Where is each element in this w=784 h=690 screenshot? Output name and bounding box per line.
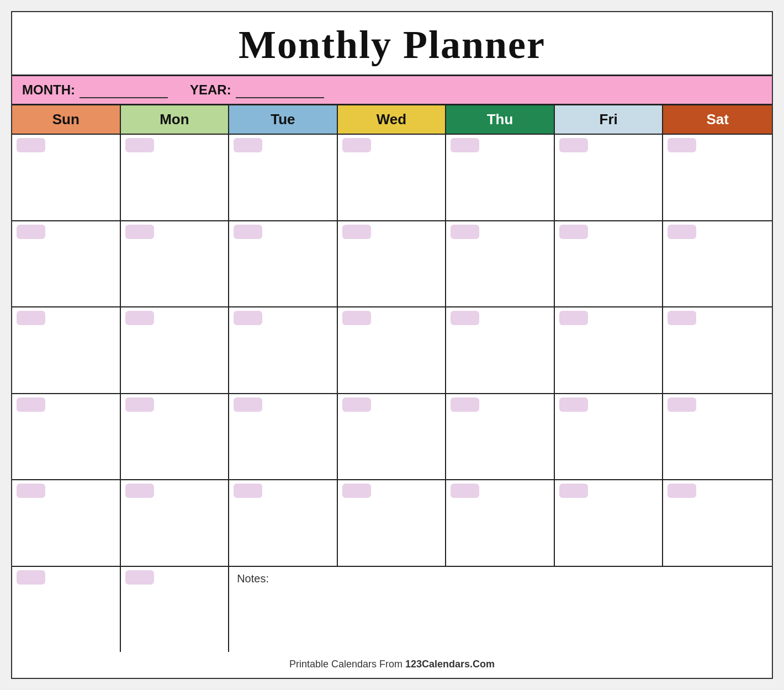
- date-badge: [668, 311, 696, 325]
- date-badge: [451, 225, 479, 239]
- header-sat: Sat: [663, 105, 772, 134]
- date-badge: [559, 225, 588, 239]
- date-badge: [668, 484, 696, 498]
- date-badge: [559, 484, 588, 498]
- date-badge: [342, 225, 371, 239]
- cell-r3-fri[interactable]: [555, 307, 664, 393]
- date-badge: [234, 138, 262, 152]
- cell-r5-fri[interactable]: [555, 480, 664, 566]
- date-badge: [125, 397, 154, 412]
- month-field[interactable]: MONTH:: [22, 82, 168, 98]
- year-field[interactable]: YEAR:: [190, 82, 324, 98]
- header-mon: Mon: [121, 105, 230, 134]
- date-badge: [668, 397, 696, 412]
- cell-r1-thu[interactable]: [446, 135, 555, 220]
- cell-r2-fri[interactable]: [555, 221, 664, 307]
- cell-r5-sun[interactable]: [12, 480, 121, 566]
- notes-cell[interactable]: Notes:: [229, 567, 772, 652]
- header-fri: Fri: [555, 105, 664, 134]
- cell-r4-fri[interactable]: [555, 394, 664, 480]
- month-year-bar: MONTH: YEAR:: [12, 76, 772, 105]
- cell-r2-sun[interactable]: [12, 221, 121, 307]
- date-badge: [234, 311, 262, 325]
- date-badge: [125, 311, 154, 325]
- year-input[interactable]: [236, 82, 324, 98]
- date-badge: [17, 311, 45, 325]
- cell-r4-tue[interactable]: [229, 394, 338, 480]
- planner-page: Monthly Planner MONTH: YEAR: Sun Mon Tue…: [11, 11, 773, 679]
- cell-r2-wed[interactable]: [338, 221, 447, 307]
- cell-r3-mon[interactable]: [121, 307, 230, 393]
- date-badge: [234, 397, 262, 412]
- cell-r5-thu[interactable]: [446, 480, 555, 566]
- date-badge: [559, 138, 588, 152]
- header-wed: Wed: [338, 105, 447, 134]
- date-badge: [451, 484, 479, 498]
- footer-text: Printable Calendars From: [289, 659, 405, 670]
- cell-r1-sat[interactable]: [663, 135, 772, 220]
- date-badge: [668, 225, 696, 239]
- cell-r1-mon[interactable]: [121, 135, 230, 220]
- title-section: Monthly Planner: [12, 12, 772, 76]
- cell-r2-mon[interactable]: [121, 221, 230, 307]
- footer-brand: 123Calendars.Com: [405, 659, 495, 670]
- header-sun: Sun: [12, 105, 121, 134]
- cell-r3-wed[interactable]: [338, 307, 447, 393]
- cell-r5-tue[interactable]: [229, 480, 338, 566]
- date-badge: [234, 484, 262, 498]
- date-badge: [342, 311, 371, 325]
- date-badge: [17, 138, 45, 152]
- month-label-text: MONTH:: [22, 82, 75, 98]
- cell-r3-sun[interactable]: [12, 307, 121, 393]
- cell-r4-thu[interactable]: [446, 394, 555, 480]
- date-badge: [342, 484, 371, 498]
- cell-r4-sun[interactable]: [12, 394, 121, 480]
- cell-r5-sat[interactable]: [663, 480, 772, 566]
- date-badge: [342, 397, 371, 412]
- month-input[interactable]: [80, 82, 168, 98]
- cell-r3-sat[interactable]: [663, 307, 772, 393]
- date-badge: [125, 138, 154, 152]
- cell-r5-wed[interactable]: [338, 480, 447, 566]
- date-badge: [234, 225, 262, 239]
- date-badge: [451, 311, 479, 325]
- calendar-row-5: [12, 480, 772, 567]
- calendar-row-2: [12, 221, 772, 308]
- date-badge: [17, 397, 45, 412]
- notes-label: Notes:: [237, 572, 269, 585]
- cell-r6-sun[interactable]: [12, 567, 121, 652]
- date-badge: [342, 138, 371, 152]
- footer: Printable Calendars From 123Calendars.Co…: [12, 652, 772, 672]
- date-badge: [17, 570, 45, 585]
- calendar-rows: Notes:: [12, 135, 772, 652]
- cell-r6-mon[interactable]: [121, 567, 230, 652]
- cell-r1-fri[interactable]: [555, 135, 664, 220]
- cell-r1-tue[interactable]: [229, 135, 338, 220]
- cell-r5-mon[interactable]: [121, 480, 230, 566]
- cell-r1-wed[interactable]: [338, 135, 447, 220]
- date-badge: [17, 484, 45, 498]
- calendar-row-1: [12, 135, 772, 221]
- cell-r4-sat[interactable]: [663, 394, 772, 480]
- cell-r4-mon[interactable]: [121, 394, 230, 480]
- calendar-row-4: [12, 394, 772, 481]
- date-badge: [451, 397, 479, 412]
- page-title: Monthly Planner: [18, 22, 766, 68]
- date-badge: [125, 570, 154, 585]
- date-badge: [559, 397, 588, 412]
- cell-r2-sat[interactable]: [663, 221, 772, 307]
- date-badge: [451, 138, 479, 152]
- date-badge: [668, 138, 696, 152]
- cell-r3-thu[interactable]: [446, 307, 555, 393]
- calendar-grid: Sun Mon Tue Wed Thu Fri Sat: [12, 105, 772, 652]
- header-tue: Tue: [229, 105, 338, 134]
- date-badge: [559, 311, 588, 325]
- cell-r3-tue[interactable]: [229, 307, 338, 393]
- cell-r4-wed[interactable]: [338, 394, 447, 480]
- date-badge: [125, 484, 154, 498]
- cell-r1-sun[interactable]: [12, 135, 121, 220]
- cell-r2-tue[interactable]: [229, 221, 338, 307]
- date-badge: [17, 225, 45, 239]
- cell-r2-thu[interactable]: [446, 221, 555, 307]
- day-headers-row: Sun Mon Tue Wed Thu Fri Sat: [12, 105, 772, 135]
